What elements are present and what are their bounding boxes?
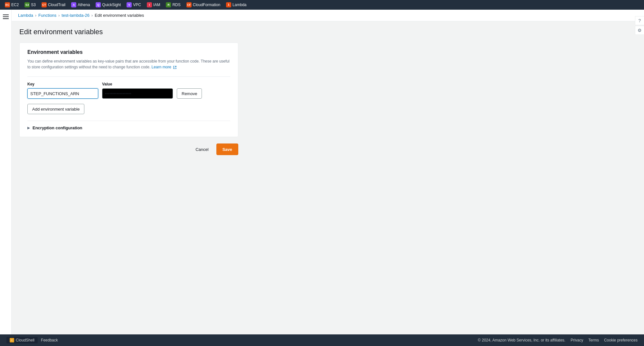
service-ec2[interactable]: EC EC2: [3, 1, 21, 8]
env-value-input[interactable]: [102, 88, 173, 99]
ec2-icon: EC: [5, 2, 10, 7]
service-cloudformation[interactable]: CF CloudFormation: [184, 1, 223, 8]
breadcrumb-sep-2: ›: [58, 13, 60, 18]
main-content: Lambda › Functions › test-lambda-26 › Ed…: [12, 10, 644, 334]
feedback-link[interactable]: Feedback: [41, 338, 58, 342]
learn-more-link[interactable]: Learn more: [152, 65, 171, 69]
breadcrumb: Lambda › Functions › test-lambda-26 › Ed…: [12, 10, 644, 21]
section-divider: [27, 76, 230, 77]
hamburger-menu[interactable]: [1, 12, 10, 21]
chevron-right-icon: ▶: [27, 126, 30, 130]
topbar: EC EC2 S3 S3 CT CloudTrail A Athena Q Qu…: [0, 0, 644, 10]
value-header: Value: [102, 82, 173, 86]
breadcrumb-sep-1: ›: [35, 13, 36, 18]
breadcrumb-function-name[interactable]: test-lambda-26: [62, 13, 90, 18]
page-content: Edit environment variables Environment v…: [12, 21, 644, 334]
breadcrumb-current: Edit environment variables: [95, 13, 144, 18]
right-side-icons: ? ⚙: [635, 16, 644, 35]
action-bar: Cancel Save: [19, 143, 238, 165]
cloudshell-button[interactable]: C CloudShell: [6, 337, 38, 343]
cloudformation-icon: CF: [186, 2, 192, 7]
footer: C CloudShell Feedback © 2024, Amazon Web…: [0, 334, 644, 346]
service-vpc[interactable]: V VPC: [124, 1, 143, 8]
cancel-button[interactable]: Cancel: [192, 145, 212, 154]
service-lambda[interactable]: λ Lambda: [224, 1, 249, 8]
cloudshell-icon: C: [10, 338, 14, 342]
lambda-icon: λ: [226, 2, 231, 7]
key-header: Key: [27, 82, 98, 86]
service-s3[interactable]: S3 S3: [22, 1, 38, 8]
card-description: You can define environment variables as …: [27, 58, 230, 70]
s3-icon: S3: [24, 2, 30, 7]
service-cloudtrail[interactable]: CT CloudTrail: [39, 1, 68, 8]
encryption-section: ▶ Encryption configuration: [27, 121, 230, 130]
external-link-icon: [173, 65, 177, 69]
page-title: Edit environment variables: [19, 28, 636, 36]
rds-icon: R: [166, 2, 171, 7]
athena-icon: A: [71, 2, 76, 7]
add-env-var-button[interactable]: Add environment variable: [27, 104, 84, 114]
env-var-row: Remove: [27, 88, 230, 99]
help-icon[interactable]: ?: [635, 16, 644, 25]
service-rds[interactable]: R RDS: [164, 1, 183, 8]
breadcrumb-functions[interactable]: Functions: [38, 13, 56, 18]
privacy-link[interactable]: Privacy: [571, 338, 583, 342]
env-vars-card: Environment variables You can define env…: [19, 43, 238, 137]
service-iam[interactable]: I IAM: [145, 1, 162, 8]
vpc-icon: V: [127, 2, 132, 7]
terms-link[interactable]: Terms: [588, 338, 599, 342]
sidebar: [0, 10, 12, 334]
save-button[interactable]: Save: [216, 143, 238, 155]
cloudtrail-icon: CT: [42, 2, 47, 7]
footer-right: © 2024, Amazon Web Services, Inc. or its…: [478, 338, 638, 342]
settings-icon[interactable]: ⚙: [635, 26, 644, 35]
iam-icon: I: [147, 2, 152, 7]
env-key-input[interactable]: [27, 88, 98, 99]
kv-headers: Key Value: [27, 82, 230, 86]
quicksight-icon: Q: [96, 2, 101, 7]
cookie-link[interactable]: Cookie preferences: [604, 338, 638, 342]
service-quicksight[interactable]: Q QuickSight: [93, 1, 123, 8]
service-athena[interactable]: A Athena: [69, 1, 92, 8]
footer-left: C CloudShell Feedback: [6, 337, 58, 343]
breadcrumb-lambda[interactable]: Lambda: [18, 13, 33, 18]
card-title: Environment variables: [27, 49, 230, 55]
remove-button[interactable]: Remove: [177, 88, 202, 99]
breadcrumb-sep-3: ›: [91, 13, 93, 18]
encryption-toggle[interactable]: ▶ Encryption configuration: [27, 125, 230, 130]
